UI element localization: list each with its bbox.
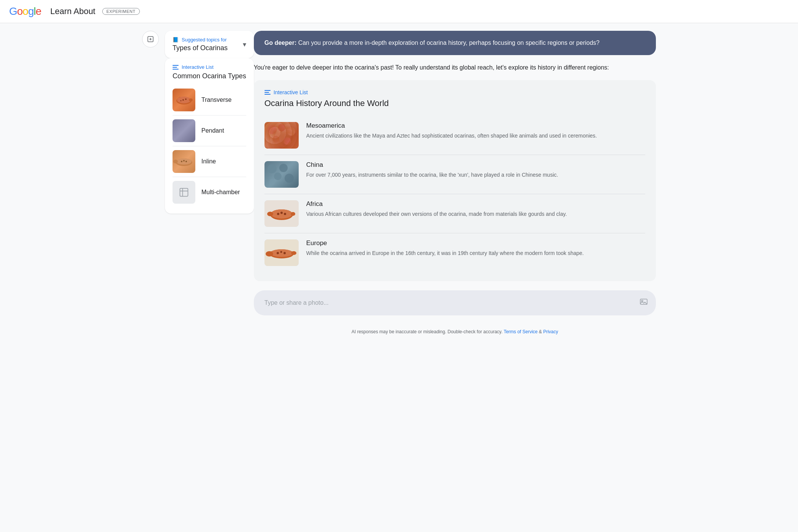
svg-point-24 bbox=[274, 173, 282, 180]
svg-point-39 bbox=[266, 251, 273, 256]
multichamber-label: Multi-chamber bbox=[201, 189, 240, 196]
list-item[interactable]: China For over 7,000 years, instruments … bbox=[264, 155, 645, 194]
mesoamerica-desc: Ancient civilizations like the Maya and … bbox=[306, 132, 645, 140]
list-item[interactable]: Multi-chamber bbox=[173, 177, 246, 207]
input-bar-container: Type or share a photo... bbox=[254, 290, 656, 315]
svg-point-15 bbox=[173, 160, 178, 163]
china-title: China bbox=[306, 161, 645, 169]
africa-title: Africa bbox=[306, 200, 645, 208]
europe-title: Europe bbox=[306, 239, 645, 247]
sidebar-icon-bar bbox=[142, 31, 159, 339]
list-item[interactable]: Africa Various African cultures develope… bbox=[264, 194, 645, 233]
main-list-label: Interactive List bbox=[264, 89, 645, 95]
footer: AI responses may be inaccurate or mislea… bbox=[254, 325, 656, 339]
europe-image bbox=[264, 239, 299, 266]
svg-point-31 bbox=[284, 213, 286, 215]
list-icon bbox=[173, 65, 179, 70]
europe-desc: While the ocarina arrived in Europe in t… bbox=[306, 249, 645, 257]
svg-point-9 bbox=[189, 98, 193, 101]
svg-point-6 bbox=[182, 99, 184, 101]
main-list-items: Mesoamerica Ancient civilizations like t… bbox=[264, 116, 645, 272]
footer-text: AI responses may be inaccurate or mislea… bbox=[352, 329, 504, 334]
svg-point-14 bbox=[185, 161, 187, 162]
sidebar-list-title: Common Ocarina Types bbox=[173, 72, 246, 80]
new-chat-button[interactable] bbox=[142, 31, 159, 48]
mesoamerica-image bbox=[264, 122, 299, 149]
svg-point-17 bbox=[268, 125, 277, 134]
svg-point-38 bbox=[283, 252, 286, 254]
china-content: China For over 7,000 years, instruments … bbox=[306, 161, 645, 179]
input-bar[interactable]: Type or share a photo... bbox=[254, 290, 656, 315]
response-text: You're eager to delve deeper into the oc… bbox=[254, 61, 656, 74]
main-list-icon bbox=[264, 90, 271, 95]
svg-point-13 bbox=[183, 160, 185, 162]
svg-point-40 bbox=[291, 251, 296, 255]
inline-image bbox=[173, 150, 195, 173]
sidebar-content: 📘 Suggested topics for Types of Ocarinas… bbox=[165, 31, 254, 339]
header-title: Learn About bbox=[50, 6, 95, 16]
mesoamerica-title: Mesoamerica bbox=[306, 122, 645, 130]
pendant-image bbox=[173, 119, 195, 142]
go-deeper-label: Go deeper: bbox=[264, 40, 296, 46]
go-deeper-bubble: Go deeper: Can you provide a more in-dep… bbox=[254, 31, 656, 55]
svg-point-19 bbox=[287, 127, 295, 136]
privacy-link[interactable]: Privacy bbox=[543, 329, 558, 334]
europe-content: Europe While the ocarina arrived in Euro… bbox=[306, 239, 645, 257]
book-icon: 📘 bbox=[173, 37, 179, 43]
suggested-topics-info: 📘 Suggested topics for Types of Ocarinas bbox=[173, 37, 228, 52]
svg-point-20 bbox=[272, 136, 279, 142]
experiment-badge: EXPERIMENT bbox=[102, 8, 140, 15]
main-content: Go deeper: Can you provide a more in-dep… bbox=[254, 31, 656, 339]
go-deeper-text: Can you provide a more in-depth explorat… bbox=[296, 40, 599, 46]
transverse-image bbox=[173, 89, 195, 111]
transverse-label: Transverse bbox=[201, 97, 231, 103]
sidebar-list-label: Interactive List bbox=[173, 64, 246, 70]
china-desc: For over 7,000 years, instruments simila… bbox=[306, 171, 645, 179]
svg-point-33 bbox=[291, 212, 295, 216]
chevron-down-icon[interactable]: ▾ bbox=[243, 40, 246, 49]
sidebar: 📘 Suggested topics for Types of Ocarinas… bbox=[142, 31, 254, 339]
svg-point-21 bbox=[283, 137, 291, 145]
svg-point-8 bbox=[180, 100, 182, 101]
list-item[interactable]: Inline bbox=[173, 146, 246, 177]
svg-rect-16 bbox=[180, 188, 188, 196]
sidebar-interactive-list-card: Interactive List Common Ocarina Types bbox=[165, 58, 254, 214]
svg-point-22 bbox=[268, 164, 277, 173]
suggested-topics-title: Types of Ocarinas bbox=[173, 44, 228, 52]
photo-icon[interactable] bbox=[639, 297, 648, 309]
sidebar-list-items: Transverse Pendant bbox=[173, 85, 246, 207]
svg-point-23 bbox=[279, 164, 288, 172]
svg-point-12 bbox=[181, 161, 182, 162]
tos-link[interactable]: Terms of Service bbox=[504, 329, 537, 334]
svg-point-26 bbox=[269, 179, 275, 185]
input-placeholder: Type or share a photo... bbox=[264, 299, 329, 306]
svg-point-36 bbox=[277, 252, 279, 254]
google-logo: Google bbox=[9, 5, 41, 17]
svg-point-30 bbox=[280, 212, 283, 214]
inline-label: Inline bbox=[201, 158, 216, 165]
svg-point-7 bbox=[185, 98, 187, 100]
svg-point-25 bbox=[285, 174, 294, 183]
main-layout: 📘 Suggested topics for Types of Ocarinas… bbox=[133, 23, 665, 347]
footer-and: & bbox=[539, 329, 543, 334]
main-list-title: Ocarina History Around the World bbox=[264, 98, 645, 108]
list-item[interactable]: Pendant bbox=[173, 116, 246, 146]
list-item[interactable]: Europe While the ocarina arrived in Euro… bbox=[264, 233, 645, 272]
svg-point-32 bbox=[267, 212, 273, 216]
svg-point-18 bbox=[278, 124, 285, 131]
svg-point-35 bbox=[270, 249, 293, 257]
suggested-topics-header: 📘 Suggested topics for Types of Ocarinas… bbox=[173, 37, 246, 52]
africa-image bbox=[264, 200, 299, 227]
africa-content: Africa Various African cultures develope… bbox=[306, 200, 645, 218]
suggested-topics-card[interactable]: 📘 Suggested topics for Types of Ocarinas… bbox=[165, 31, 254, 58]
main-interactive-list: Interactive List Ocarina History Around … bbox=[254, 80, 656, 281]
svg-point-29 bbox=[277, 213, 279, 215]
multichamber-image bbox=[173, 181, 195, 204]
list-item[interactable]: Transverse bbox=[173, 85, 246, 116]
suggested-topics-label: 📘 Suggested topics for bbox=[173, 37, 228, 43]
mesoamerica-content: Mesoamerica Ancient civilizations like t… bbox=[306, 122, 645, 140]
svg-point-37 bbox=[280, 251, 282, 253]
africa-desc: Various African cultures developed their… bbox=[306, 210, 645, 218]
china-image bbox=[264, 161, 299, 188]
list-item[interactable]: Mesoamerica Ancient civilizations like t… bbox=[264, 116, 645, 155]
